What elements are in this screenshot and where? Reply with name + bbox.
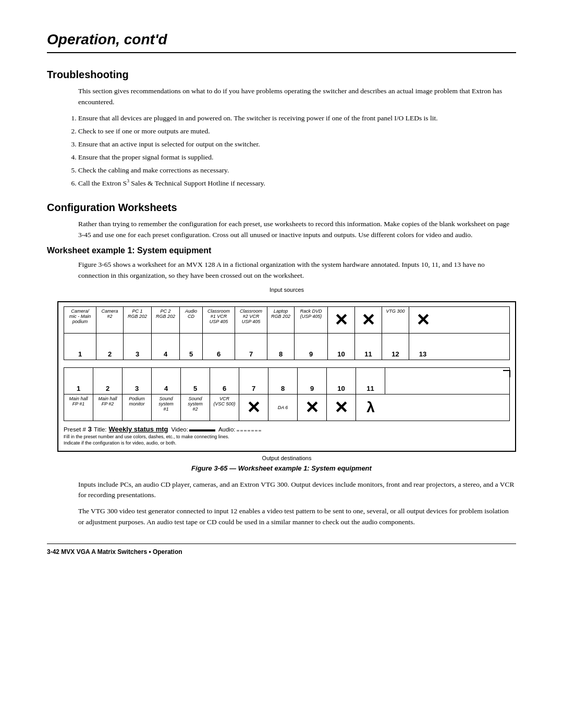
input-number-row: 1 2 3 4 5 6 7 8 9 10 11 12 13 [64,334,510,360]
page: Operation, cont'd Troubleshooting This s… [0,0,563,728]
input-cell-x-11: ✕ [355,307,382,333]
corner-bracket [503,370,510,377]
output-num-3: 3 [123,368,152,394]
input-num-3: 3 [124,334,152,360]
input-cell-x-10: ✕ [328,307,355,333]
troubleshooting-section: Troubleshooting This section gives recom… [47,69,516,189]
output-label-4: Soundsystem#1 [152,394,181,421]
output-label-5: Soundsystem#2 [181,394,210,421]
input-cell-label-8: LaptopRGB 202 [267,307,295,333]
troubleshooting-title: Troubleshooting [47,69,516,81]
input-cell-label-3: PC 1RGB 202 [124,307,152,333]
output-label-6: VCR(VSC 500) [210,394,239,421]
input-num-5: 5 [180,334,203,360]
preset-row: Preset # 3 Title: Weekly status mtg Vide… [64,425,510,433]
output-num-10: 10 [327,368,356,394]
input-cell-x-13: ✕ [409,307,436,333]
title-label: Title: [94,426,107,433]
output-num-6: 6 [210,368,239,394]
audio-label: Audio: [218,426,236,433]
input-num-9: 9 [295,334,328,360]
video-line [189,429,215,431]
output-label-row: Main hallFP #1 Main hallFP #2 Podiummoni… [64,394,510,421]
input-num-6: 6 [203,334,235,360]
preset-number: 3 [88,425,92,433]
input-num-2: 2 [96,334,124,360]
input-num-7: 7 [235,334,267,360]
output-label-1: Main hallFP #1 [64,394,93,421]
output-label-8: DA 6 [268,394,298,421]
input-label-row: Camera/mic - Mainpodium Camera#2 PC 1RGB… [64,306,510,334]
output-num-11: 11 [356,368,385,394]
diagram-label-bottom: Output destinations [57,455,516,461]
output-label-3: Podiummonitor [123,394,152,421]
page-footer: 3-42 MVX VGA A Matrix Switchers • Operat… [47,544,516,556]
ws-gap [64,360,510,367]
input-num-10: 10 [328,334,355,360]
input-cell-label-4: PC 2RGB 202 [152,307,180,333]
list-item: Ensure that the proper signal format is … [78,152,516,163]
worksheet-diagram: Camera/mic - Mainpodium Camera#2 PC 1RGB… [57,301,516,452]
audio-dashes [237,430,261,431]
output-num-9: 9 [298,368,327,394]
output-label-2: Main hallFP #2 [93,394,123,421]
worksheet-body2: The VTG 300 video test generator connect… [78,506,516,528]
input-num-12: 12 [382,334,409,360]
list-item: Check to see if one or more outputs are … [78,126,516,137]
list-item: Ensure that an active input is selected … [78,139,516,150]
list-item: Check the cabling and make corrections a… [78,165,516,176]
output-num-4: 4 [152,368,181,394]
output-num-8: 8 [268,368,298,394]
ws-footnote-1: Fill in the preset number and use colors… [64,434,510,439]
input-num-8: 8 [267,334,295,360]
output-number-row: 1 2 3 4 5 6 7 8 9 10 11 [64,367,510,394]
input-cell-label-1: Camera/mic - Mainpodium [64,307,96,333]
input-num-1: 1 [64,334,96,360]
output-num-2: 2 [93,368,123,394]
worksheet-example1-title: Worksheet example 1: System equipment [47,246,516,255]
diagram-label-top: Input sources [57,287,516,293]
list-item: Call the Extron S3 Sales & Technical Sup… [78,178,516,189]
input-num-13: 13 [409,334,436,360]
page-title: Operation, cont'd [47,31,516,48]
figure-caption: Figure 3-65 — Worksheet example 1: Syste… [47,464,516,472]
worksheet-example1: Worksheet example 1: System equipment Fi… [47,246,516,528]
worksheet-body1: Inputs include PCs, an audio CD player, … [78,479,516,501]
input-cell-label-2: Camera#2 [96,307,124,333]
video-label: Video: [171,426,188,433]
config-worksheets-intro: Rather than trying to remember the confi… [78,219,516,241]
troubleshooting-list: Ensure that all devices are plugged in a… [78,113,516,189]
input-cell-label-12: VTG 300 [382,307,409,333]
input-num-4: 4 [152,334,180,360]
config-worksheets-title: Configuration Worksheets [47,202,516,214]
list-item: Ensure that all devices are plugged in a… [78,113,516,124]
input-cell-label-6: Classroom#1 VCRUSP 405 [203,307,235,333]
output-x-7: ✕ [239,394,268,421]
footer-left: 3-42 MVX VGA A Matrix Switchers • Operat… [47,548,182,556]
preset-title: Weekly status mtg [109,425,168,433]
troubleshooting-intro: This section gives recommendations on wh… [78,86,516,108]
output-num-5: 5 [181,368,210,394]
input-cell-label-5: AudioCD [180,307,203,333]
output-num-1: 1 [64,368,93,394]
output-x-9: ✕ [298,394,327,421]
ws-footnote-2: Indicate if the configuration is for vid… [64,440,510,446]
config-worksheets-section: Configuration Worksheets Rather than try… [47,202,516,528]
input-cell-label-7: Classroom#2 VCRUSP 405 [235,307,267,333]
page-header: Operation, cont'd [47,31,516,53]
output-num-7: 7 [239,368,268,394]
input-num-11: 11 [355,334,382,360]
input-cell-label-9: Rack DVD(USP 405) [295,307,328,333]
output-lambda-11: λ [356,394,385,421]
worksheet-example1-intro: Figure 3-65 shows a worksheet for an MVX… [78,260,516,281]
output-x-10: ✕ [327,394,356,421]
preset-label: Preset # [64,426,86,433]
